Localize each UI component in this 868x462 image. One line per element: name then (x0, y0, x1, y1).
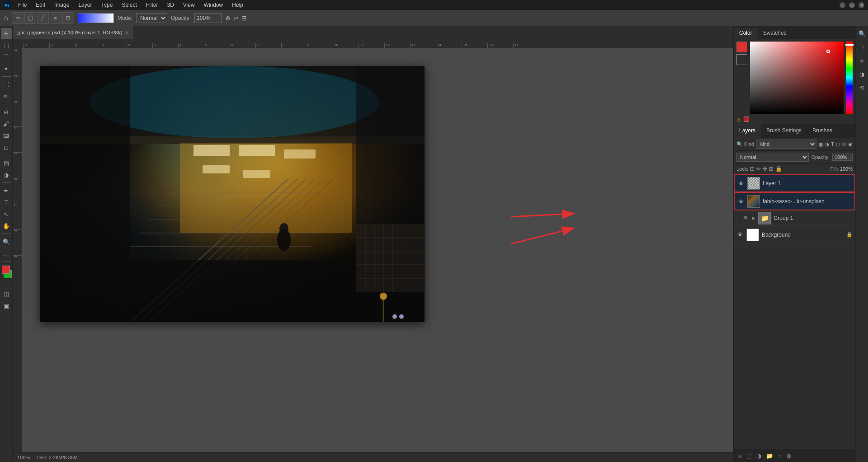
close-button[interactable]: ✕ (859, 2, 864, 8)
layer-filter-toggle[interactable]: ◉ (848, 141, 853, 147)
hue-cursor (845, 44, 854, 46)
layer-visibility-icon[interactable]: 👁 (737, 180, 745, 187)
tab-color[interactable]: Color (734, 28, 758, 39)
foreground-color[interactable] (2, 266, 10, 274)
add-mask-button[interactable]: ⬚ (746, 453, 752, 459)
menu-file[interactable]: File (14, 1, 30, 9)
menu-image[interactable]: Image (51, 1, 73, 9)
menu-select[interactable]: Select (118, 1, 140, 9)
fx-button[interactable]: fx (737, 453, 742, 459)
tool-eraser[interactable]: ◻ (1, 142, 12, 153)
lock-artboard-icon[interactable]: ✜ (763, 166, 767, 172)
menu-filter[interactable]: Filter (142, 1, 162, 9)
layer-vis-group[interactable]: 👁 (742, 215, 749, 221)
shape-btn-grid[interactable]: ⊞ (62, 12, 74, 24)
tool-hand[interactable]: ✋ (1, 220, 12, 231)
reflect-icon[interactable]: ⇌ (233, 14, 239, 22)
window-controls: ─ □ ✕ (840, 2, 864, 8)
foreground-swatch[interactable] (736, 42, 747, 52)
menu-window[interactable]: Window (200, 1, 227, 9)
home-icon[interactable]: ⌂ (4, 14, 8, 22)
shape-btn-rect[interactable]: ▭ (12, 12, 24, 24)
add-layer-button[interactable]: + (778, 453, 781, 459)
layer-icon-pixel[interactable]: ▦ (818, 141, 823, 147)
lock-transparent-icon[interactable]: ⊡ (750, 166, 755, 172)
delete-layer-button[interactable]: 🗑 (786, 453, 792, 459)
tool-stamp[interactable]: 🖂 (1, 130, 12, 141)
transform-icon[interactable]: ⊕ (225, 14, 231, 22)
tab-brush-settings[interactable]: Brush Settings (761, 124, 807, 138)
canvas-document[interactable] (40, 66, 425, 322)
tool-move[interactable]: ✛ (1, 28, 12, 39)
add-adjustment-button[interactable]: ◑ (756, 453, 761, 459)
properties-icon[interactable]: ≡ (857, 55, 868, 66)
tool-frame[interactable]: ▣ (1, 300, 12, 311)
tab-swatches[interactable]: Swatches (758, 28, 792, 39)
menu-view[interactable]: View (179, 1, 198, 9)
tool-zoom[interactable]: 🔍 (1, 236, 12, 247)
color-gradient-picker[interactable] (750, 42, 844, 114)
layers-lock-row: Lock: ⊡ ✏ ✜ ⊞ 🔒 Fill: 100% (734, 164, 855, 174)
layer-group-1[interactable]: 👁 ▶ 📁 Group 1 (734, 210, 855, 226)
color-warning-icon (736, 117, 742, 122)
libraries-icon[interactable]: □ (857, 42, 868, 52)
lock-image-icon[interactable]: ✏ (756, 166, 761, 172)
blend-mode-dropdown[interactable]: Normal (736, 153, 809, 162)
menu-3d[interactable]: 3D (163, 1, 177, 9)
color-panel: Color Swatches (734, 26, 855, 124)
opacity-value[interactable] (832, 154, 853, 161)
opacity-input[interactable] (194, 13, 222, 23)
color-gamut-swatch[interactable] (744, 117, 749, 122)
tool-quickmask[interactable]: ◫ (1, 289, 12, 299)
layer-vis-bg[interactable]: 👁 (736, 231, 744, 238)
layer-icon-shape[interactable]: ◻ (836, 141, 840, 147)
menu-type[interactable]: Type (97, 1, 116, 9)
document-tab[interactable]: для градиента.psd @ 100% (Layer 1, RGB/8… (13, 26, 133, 39)
group-thumbnail: 📁 (758, 212, 771, 224)
layer-item-layer1[interactable]: 👁 Layer 1 (734, 174, 855, 192)
tool-crop[interactable]: ⛶ (1, 79, 12, 90)
tab-layers[interactable]: Layers (734, 124, 761, 138)
tool-type[interactable]: T (1, 197, 12, 208)
layer-icon-type[interactable]: T (831, 141, 834, 147)
tab-brushes[interactable]: Brushes (807, 124, 838, 138)
background-swatch[interactable] (736, 54, 747, 65)
menu-edit[interactable]: Edit (32, 1, 49, 9)
hue-slider[interactable] (846, 42, 853, 114)
mode-dropdown[interactable]: Normal (136, 13, 167, 23)
maximize-button[interactable]: □ (849, 2, 855, 8)
layer-item-photo[interactable]: 👁 fabio-sasso-...kt-unsplash (734, 192, 855, 210)
tool-gradient[interactable]: ▤ (1, 158, 12, 168)
tool-magic-wand[interactable]: ✦ (1, 63, 12, 74)
grid-icon[interactable]: ⊞ (241, 14, 247, 22)
shape-btn-circle[interactable]: ◯ (24, 12, 36, 24)
layer-icon-smart[interactable]: ⚙ (842, 141, 846, 147)
shape-btn-diag[interactable]: ╱ (37, 12, 49, 24)
shape-btn-lines[interactable]: ≡ (50, 12, 61, 24)
add-group-button[interactable]: 📁 (766, 453, 773, 459)
tool-brush[interactable]: 🖌 (1, 118, 12, 129)
kind-dropdown[interactable]: Kind (756, 140, 816, 149)
layer-icon-adjustment[interactable]: ◑ (825, 141, 829, 147)
tool-healing[interactable]: ⊕ (1, 107, 12, 117)
tool-marquee[interactable]: ⬚ (1, 40, 12, 51)
tool-more[interactable]: … (1, 248, 12, 259)
menu-help[interactable]: Help (228, 1, 247, 9)
search-icon[interactable]: 🔍 (857, 28, 868, 39)
layer-item-background[interactable]: 👁 Background 🔒 (734, 226, 855, 244)
tab-close-button[interactable]: ✕ (125, 30, 128, 35)
layer-visibility-photo-icon[interactable]: 👁 (737, 198, 745, 205)
tool-pen[interactable]: ✒ (1, 185, 12, 196)
tool-dodge[interactable]: ◑ (1, 169, 12, 180)
gradient-preview[interactable] (78, 13, 114, 23)
group-arrow-icon[interactable]: ▶ (752, 215, 755, 220)
lock-move-icon[interactable]: ⊞ (769, 166, 774, 172)
tool-lasso[interactable]: ⌒ (1, 51, 12, 62)
lock-all-icon[interactable]: 🔒 (775, 166, 782, 172)
history-icon[interactable]: ⟲ (857, 82, 868, 93)
adjustments-icon[interactable]: ◑ (857, 69, 868, 79)
tool-selection[interactable]: ↖ (1, 209, 12, 219)
minimize-button[interactable]: ─ (840, 2, 845, 8)
menu-layer[interactable]: Layer (75, 1, 95, 9)
tool-eyedropper[interactable]: ✏ (1, 91, 12, 102)
